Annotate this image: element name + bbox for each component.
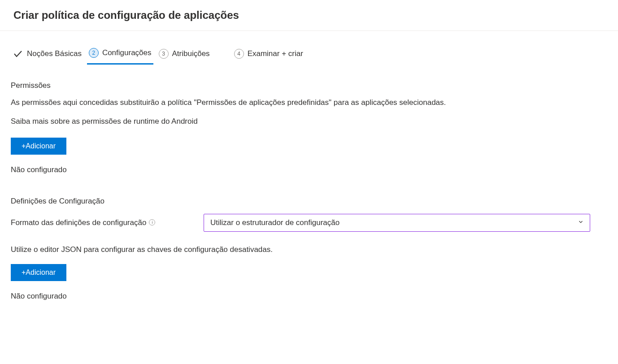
- add-configuration-button[interactable]: +Adicionar: [11, 264, 66, 281]
- step-number-icon: 2: [89, 48, 99, 58]
- step-number-icon: 4: [234, 49, 244, 59]
- add-permission-button[interactable]: +Adicionar: [11, 138, 66, 155]
- checkmark-icon: [13, 48, 23, 59]
- permissions-description: As permissões aqui concedidas substituir…: [11, 98, 607, 107]
- configuration-status: Não configurado: [11, 292, 607, 301]
- permissions-heading: Permissões: [11, 81, 607, 90]
- wizard-step-basics[interactable]: Noções Básicas: [11, 45, 83, 63]
- permissions-learn-more-link[interactable]: Saiba mais sobre as permissões de runtim…: [11, 117, 607, 126]
- info-icon[interactable]: i: [149, 219, 155, 225]
- configuration-heading: Definições de Configuração: [11, 197, 607, 206]
- configuration-format-label: Formato das definições de configuração i: [11, 218, 195, 227]
- wizard-step-label: Atribuições: [172, 49, 210, 58]
- wizard-steps: Noções Básicas 2 Configurações 3 Atribui…: [11, 44, 607, 63]
- wizard-step-label: Examinar + criar: [248, 49, 303, 58]
- wizard-step-label: Noções Básicas: [27, 49, 82, 58]
- configuration-format-select[interactable]: Utilizar o estruturador de configuração: [204, 214, 590, 232]
- step-number-icon: 3: [159, 49, 169, 59]
- wizard-step-configurations[interactable]: 2 Configurações: [87, 44, 153, 65]
- wizard-step-assignments[interactable]: 3 Atribuições: [157, 45, 212, 62]
- configuration-json-hint: Utilize o editor JSON para configurar as…: [11, 245, 607, 254]
- page-title: Criar política de configuração de aplica…: [13, 9, 605, 22]
- wizard-step-review[interactable]: 4 Examinar + criar: [232, 45, 305, 62]
- wizard-step-label: Configurações: [102, 48, 152, 57]
- permissions-status: Não configurado: [11, 165, 607, 174]
